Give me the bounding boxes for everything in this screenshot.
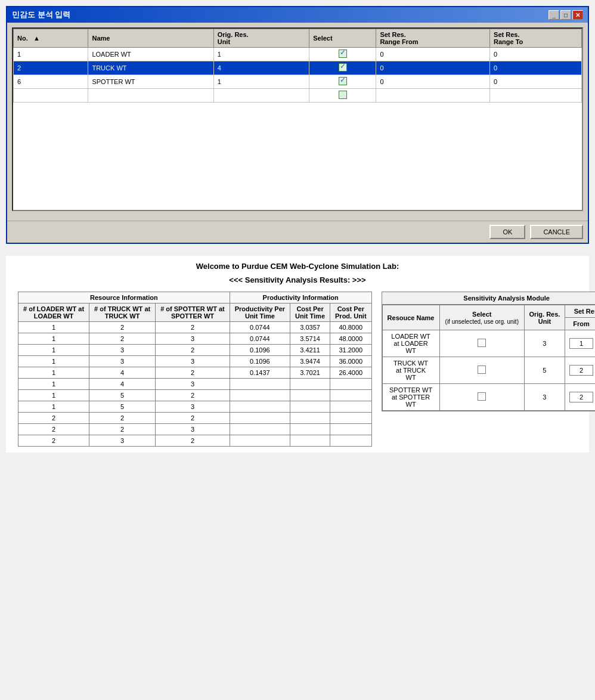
result-row: 143 — [18, 379, 372, 390]
result-cell — [290, 379, 330, 390]
result-cell: 3 — [89, 345, 156, 356]
sm-select-cell[interactable] — [439, 384, 524, 411]
close-button[interactable]: ✕ — [572, 10, 583, 20]
cell-no: 6 — [14, 75, 88, 89]
col-header-no: No. ▲ — [14, 29, 88, 48]
result-cell: 3 — [156, 333, 230, 345]
results-layout: Resource Information Productivity Inform… — [18, 292, 577, 447]
result-cell: 26.4000 — [330, 367, 372, 379]
sm-from-cell[interactable] — [565, 384, 595, 411]
result-cell: 3 — [156, 424, 230, 435]
sm-orig-cell: 3 — [525, 330, 565, 357]
result-cell — [230, 390, 290, 401]
dialog-title: 민감도 분석 입력 — [12, 10, 70, 20]
cell-from: 0 — [376, 48, 490, 61]
sm-select-cell[interactable] — [439, 330, 524, 357]
welcome-title: Welcome to Purdue CEM Web-Cyclone Simula… — [18, 262, 577, 271]
cell-orig: 4 — [213, 61, 309, 75]
col-cost-prod: Cost PerProd. Unit — [330, 303, 372, 322]
result-row: 1320.10963.421131.2000 — [18, 345, 372, 356]
sm-col-orig: Orig. Res.Unit — [525, 305, 565, 330]
resource-group-header: Resource Information — [18, 292, 230, 303]
result-row: 153 — [18, 401, 372, 413]
cell-no: 1 — [14, 48, 88, 61]
sm-col-select: Select(if unselected, use org. unit) — [439, 305, 524, 330]
result-cell: 3 — [156, 401, 230, 413]
result-cell — [330, 435, 372, 447]
cell-select[interactable] — [309, 75, 376, 89]
cell-select[interactable] — [309, 48, 376, 61]
sm-checkbox[interactable] — [478, 392, 486, 401]
productivity-group-header: Productivity Information — [230, 292, 371, 303]
sm-from-input[interactable] — [569, 392, 593, 402]
minimize-button[interactable]: _ — [548, 10, 559, 20]
col-loader: # of LOADER WT atLOADER WT — [18, 303, 89, 322]
col-spotter: # of SPOTTER WT atSPOTTER WT — [156, 303, 230, 322]
result-cell: 1 — [18, 367, 89, 379]
sm-from-input[interactable] — [569, 365, 593, 376]
result-cell — [330, 424, 372, 435]
dialog-table-row: 1 LOADER WT 1 0 0 — [14, 48, 582, 61]
result-cell — [330, 401, 372, 413]
cell-empty-checkbox[interactable] — [309, 89, 376, 103]
sm-select-cell[interactable] — [439, 357, 524, 384]
result-cell: 0.0744 — [230, 322, 290, 333]
sm-row: SPOTTER WTat SPOTTERWT 3 — [382, 384, 595, 411]
select-checkbox[interactable] — [339, 63, 347, 72]
result-cell: 2 — [156, 345, 230, 356]
cell-to: 0 — [490, 61, 582, 75]
col-cost-unit: Cost PerUnit Time — [290, 303, 330, 322]
result-cell: 5 — [89, 390, 156, 401]
dialog-table: No. ▲ Name Orig. Res.Unit Select Set Res… — [13, 29, 582, 103]
results-table: Resource Information Productivity Inform… — [18, 292, 372, 447]
result-cell: 1 — [18, 345, 89, 356]
sm-resource-name: TRUCK WTat TRUCKWT — [382, 357, 439, 384]
sensitivity-module-table: Resouce Name Select(if unselected, use o… — [382, 305, 595, 411]
result-cell: 1 — [18, 379, 89, 390]
empty-checkbox[interactable] — [339, 91, 347, 99]
sm-from-cell[interactable] — [565, 330, 595, 357]
sm-checkbox[interactable] — [478, 366, 486, 374]
result-cell: 31.2000 — [330, 345, 372, 356]
ok-button[interactable]: OK — [489, 225, 525, 239]
sm-row: LOADER WTat LOADERWT 3 — [382, 330, 595, 357]
sm-checkbox[interactable] — [478, 339, 486, 347]
result-cell — [230, 379, 290, 390]
select-checkbox[interactable] — [339, 77, 347, 85]
sm-orig-cell: 3 — [525, 384, 565, 411]
sm-from-cell[interactable] — [565, 357, 595, 384]
select-checkbox[interactable] — [339, 49, 347, 58]
result-cell: 2 — [89, 413, 156, 424]
result-row: 222 — [18, 413, 372, 424]
result-cell: 2 — [156, 322, 230, 333]
result-cell: 3.5714 — [290, 333, 330, 345]
result-cell: 3.4211 — [290, 345, 330, 356]
result-cell: 2 — [89, 322, 156, 333]
result-cell: 0.1096 — [230, 345, 290, 356]
sm-from-input[interactable] — [569, 338, 593, 349]
dialog-window: 민감도 분석 입력 _ □ ✕ No. ▲ Name Orig. Res.Uni… — [6, 6, 589, 244]
result-cell — [330, 390, 372, 401]
sm-col-name: Resouce Name — [382, 305, 439, 330]
sensitivity-module-title: Sensitivity Analysis Module — [382, 292, 595, 305]
restore-button[interactable]: □ — [560, 10, 571, 20]
result-cell: 4 — [89, 367, 156, 379]
result-cell: 4 — [89, 379, 156, 390]
cancel-button[interactable]: CANCLE — [530, 225, 583, 239]
result-cell: 2 — [18, 435, 89, 447]
cell-name: TRUCK WT — [88, 61, 213, 75]
result-cell: 0.1437 — [230, 367, 290, 379]
cell-orig: 1 — [213, 75, 309, 89]
result-cell: 3.7021 — [290, 367, 330, 379]
col-header-to: Set Res.Range To — [490, 29, 582, 48]
dialog-footer: OK CANCLE — [7, 221, 588, 243]
result-row: 1330.10963.947436.0000 — [18, 356, 372, 367]
col-header-from: Set Res.Range From — [376, 29, 490, 48]
dialog-content: No. ▲ Name Orig. Res.Unit Select Set Res… — [7, 23, 588, 221]
dialog-table-container: No. ▲ Name Orig. Res.Unit Select Set Res… — [12, 27, 583, 211]
result-cell — [230, 401, 290, 413]
cell-select[interactable] — [309, 61, 376, 75]
cell-to: 0 — [490, 75, 582, 89]
cell-name: SPOTTER WT — [88, 75, 213, 89]
col-productivity: Productivity PerUnit Time — [230, 303, 290, 322]
